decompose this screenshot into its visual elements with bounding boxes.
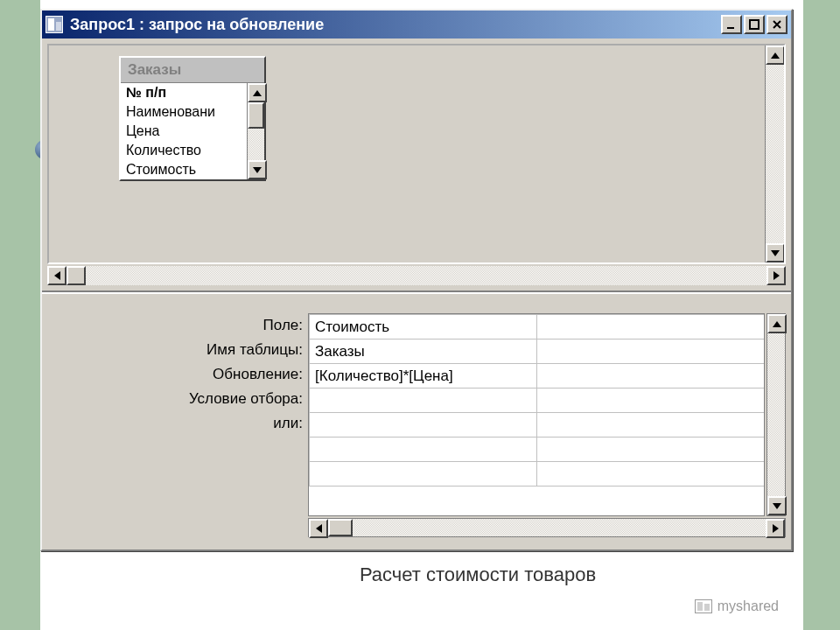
field-item[interactable]: Наименовани bbox=[121, 102, 247, 122]
grid-cell[interactable] bbox=[310, 413, 537, 438]
grid-cell[interactable]: Заказы bbox=[310, 340, 537, 364]
grid-cell[interactable] bbox=[537, 388, 765, 413]
scroll-right-button[interactable] bbox=[766, 266, 786, 285]
field-list[interactable]: № п/п Наименовани Цена Количество Стоимо… bbox=[121, 83, 247, 179]
scroll-track[interactable] bbox=[353, 519, 766, 536]
svg-rect-0 bbox=[727, 27, 734, 29]
scroll-thumb[interactable] bbox=[66, 266, 86, 285]
row-label-or: или: bbox=[47, 411, 308, 436]
field-item[interactable]: Количество bbox=[121, 141, 247, 160]
scroll-down-button[interactable] bbox=[248, 160, 267, 179]
field-list-scrollbar[interactable] bbox=[247, 83, 264, 179]
grid-cell[interactable] bbox=[537, 413, 765, 438]
design-grid-pane: Поле: Имя таблицы: Обновление: Условие о… bbox=[42, 299, 791, 542]
scroll-thumb[interactable] bbox=[248, 102, 264, 129]
grid-cell[interactable] bbox=[537, 364, 765, 388]
table-box-title: Заказы bbox=[121, 58, 264, 83]
row-label-update: Обновление: bbox=[47, 362, 308, 387]
scroll-left-button[interactable] bbox=[47, 266, 66, 285]
grid-cell[interactable] bbox=[537, 462, 765, 486]
scroll-track[interactable] bbox=[766, 65, 784, 243]
scroll-down-button[interactable] bbox=[766, 243, 785, 262]
table-box-orders[interactable]: Заказы № п/п Наименовани Цена Количество… bbox=[119, 56, 266, 181]
watermark-icon bbox=[695, 599, 712, 613]
grid-horizontal-scrollbar[interactable] bbox=[308, 518, 786, 537]
grid-vertical-scrollbar[interactable] bbox=[766, 313, 786, 516]
design-grid[interactable]: Стоимость Заказы [Количество]*[Цена] bbox=[308, 313, 765, 516]
grid-cell[interactable] bbox=[310, 438, 537, 462]
field-item[interactable]: № п/п bbox=[121, 83, 247, 102]
maximize-button[interactable] bbox=[744, 15, 765, 34]
field-item[interactable]: Цена bbox=[121, 122, 247, 141]
scroll-right-button[interactable] bbox=[766, 519, 785, 538]
app-icon bbox=[46, 16, 63, 33]
scroll-up-button[interactable] bbox=[767, 314, 787, 333]
slide-caption: Расчет стоимости товаров bbox=[172, 564, 784, 586]
scroll-track[interactable] bbox=[248, 129, 264, 160]
watermark-text: myshared bbox=[718, 598, 779, 614]
pane-splitter[interactable] bbox=[42, 292, 791, 299]
watermark: myshared bbox=[695, 598, 779, 614]
scroll-thumb[interactable] bbox=[328, 519, 353, 536]
grid-row-labels: Поле: Имя таблицы: Обновление: Условие о… bbox=[47, 308, 308, 537]
window-title: Запрос1 : запрос на обновление bbox=[70, 16, 719, 34]
grid-cell[interactable]: Стоимость bbox=[310, 315, 537, 340]
diagram-pane[interactable]: Заказы № п/п Наименовани Цена Количество… bbox=[42, 38, 791, 292]
grid-cell[interactable] bbox=[537, 340, 765, 364]
close-button[interactable] bbox=[766, 15, 788, 34]
row-label-table: Имя таблицы: bbox=[47, 338, 308, 362]
grid-cell[interactable] bbox=[537, 315, 765, 340]
row-label-field: Поле: bbox=[47, 313, 308, 338]
scroll-up-button[interactable] bbox=[248, 83, 267, 102]
field-item[interactable]: Стоимость bbox=[121, 160, 247, 179]
scroll-up-button[interactable] bbox=[766, 46, 785, 65]
scroll-track[interactable] bbox=[767, 333, 785, 496]
grid-cell[interactable]: [Количество]*[Цена] bbox=[310, 364, 537, 388]
diagram-vertical-scrollbar[interactable] bbox=[765, 46, 784, 262]
scroll-track[interactable] bbox=[86, 266, 766, 285]
svg-rect-1 bbox=[750, 20, 759, 29]
scroll-down-button[interactable] bbox=[767, 496, 787, 515]
minimize-button[interactable] bbox=[721, 15, 742, 34]
grid-cell[interactable] bbox=[537, 438, 765, 462]
row-label-criteria: Условие отбора: bbox=[47, 387, 308, 411]
grid-cell[interactable] bbox=[310, 462, 537, 486]
diagram-horizontal-scrollbar[interactable] bbox=[47, 266, 786, 285]
titlebar[interactable]: Запрос1 : запрос на обновление bbox=[42, 10, 791, 38]
scroll-left-button[interactable] bbox=[309, 519, 328, 538]
grid-cell[interactable] bbox=[310, 388, 537, 413]
query-design-window: Запрос1 : запрос на обновление Заказы № … bbox=[40, 9, 793, 551]
